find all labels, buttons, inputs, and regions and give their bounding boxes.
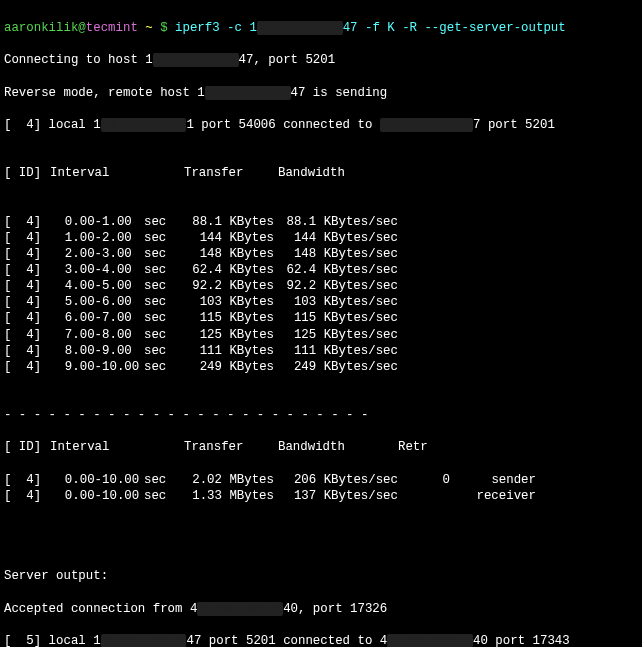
table-row: [ 4] 7.00-8.00 sec125 KBytes125 KBytes/s… bbox=[4, 327, 638, 343]
prompt-user: aaronkilik bbox=[4, 21, 78, 35]
table-row: [ 4] 1.00-2.00 sec144 KBytes144 KBytes/s… bbox=[4, 230, 638, 246]
reverse-mode-line: Reverse mode, remote host 1x.xxx.xxx.x47… bbox=[4, 85, 638, 101]
table-row: [ 4] 3.00-4.00 sec62.4 KBytes62.4 KBytes… bbox=[4, 262, 638, 278]
client-header: [ ID]IntervalTransferBandwidth bbox=[4, 165, 638, 181]
prompt-line-1: aaronkilik@tecmint ~ $ iperf3 -c 1x.xxx.… bbox=[4, 20, 638, 36]
local-line-5: [ 5] local 1x.xxx.xxx.x47 port 5201 conn… bbox=[4, 633, 638, 647]
dashes: - - - - - - - - - - - - - - - - - - - - … bbox=[4, 407, 638, 423]
accepted-line: Accepted connection from 4x.xxx.xxx.x40,… bbox=[4, 601, 638, 617]
terminal[interactable]: aaronkilik@tecmint ~ $ iperf3 -c 1x.xxx.… bbox=[4, 4, 638, 647]
server-output-label: Server output: bbox=[4, 568, 638, 584]
table-row: [ 4] 0.00-10.00 sec2.02 MBytes206 KBytes… bbox=[4, 472, 638, 488]
table-row: [ 4] 9.00-10.00 sec249 KBytes249 KBytes/… bbox=[4, 359, 638, 375]
table-row: [ 4] 0.00-10.00 sec1.33 MBytes137 KBytes… bbox=[4, 488, 638, 504]
prompt-dollar: $ bbox=[160, 21, 167, 35]
command-text: iperf3 -c 1x.xxx.xxx.x47 -f K -R --get-s… bbox=[175, 21, 566, 35]
table-row: [ 4] 5.00-6.00 sec103 KBytes103 KBytes/s… bbox=[4, 294, 638, 310]
prompt-host: tecmint bbox=[86, 21, 138, 35]
table-row: [ 4] 2.00-3.00 sec148 KBytes148 KBytes/s… bbox=[4, 246, 638, 262]
connecting-line: Connecting to host 1x.xxx.xxx.x47, port … bbox=[4, 52, 638, 68]
table-row: [ 4] 4.00-5.00 sec92.2 KBytes92.2 KBytes… bbox=[4, 278, 638, 294]
prompt-cwd: ~ bbox=[145, 21, 152, 35]
table-row: [ 4] 0.00-1.00 sec88.1 KBytes88.1 KBytes… bbox=[4, 214, 638, 230]
table-row: [ 4] 8.00-9.00 sec111 KBytes111 KBytes/s… bbox=[4, 343, 638, 359]
local-line-4: [ 4] local 1xx.xx.xx.xx1 port 54006 conn… bbox=[4, 117, 638, 133]
client-summary-header: [ ID]IntervalTransferBandwidthRetr bbox=[4, 439, 638, 455]
table-row: [ 4] 6.00-7.00 sec115 KBytes115 KBytes/s… bbox=[4, 310, 638, 326]
